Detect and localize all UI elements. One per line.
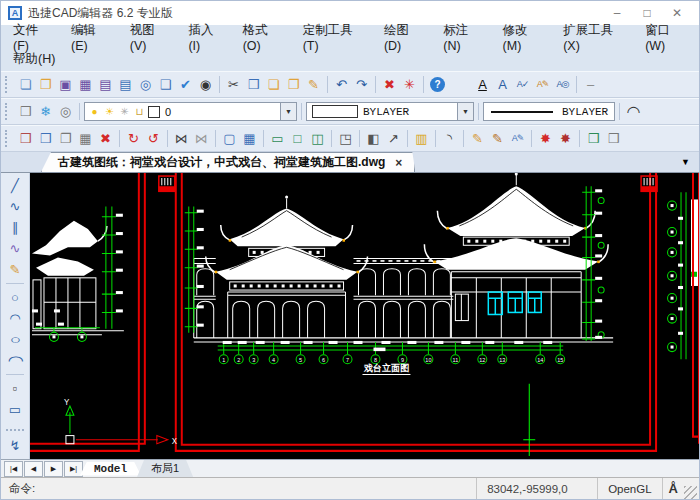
document-tab[interactable]: 古建筑图纸：祠堂戏台设计，中式戏台、祠堂建筑施工图.dwg ×: [41, 152, 415, 172]
print-preview-icon[interactable]: ◎: [136, 75, 155, 94]
ungroup-icon[interactable]: ❒: [604, 129, 623, 148]
first-sheet-button[interactable]: |◀: [4, 461, 23, 477]
delete-icon[interactable]: ✖: [96, 129, 115, 148]
spline-edit-icon[interactable]: ✎: [488, 129, 507, 148]
help-icon[interactable]: ?: [430, 77, 445, 92]
text-check-icon[interactable]: A✓: [513, 75, 532, 94]
copy-object-icon[interactable]: ❒: [16, 129, 35, 148]
menu-item-i[interactable]: 插入(I): [178, 22, 232, 53]
line-icon[interactable]: ╱: [6, 176, 25, 195]
undo-icon[interactable]: ↶: [332, 75, 351, 94]
ellipse-icon[interactable]: ○: [1, 330, 29, 349]
color-combo[interactable]: BYLAYER ▼: [306, 102, 474, 121]
text-find-icon[interactable]: A◎: [553, 75, 572, 94]
polyline-icon[interactable]: ∿: [6, 197, 25, 216]
copy-icon[interactable]: ❒: [244, 75, 263, 94]
menu-item-d[interactable]: 绘图(D): [374, 22, 433, 53]
mirror-icon[interactable]: ⋈: [172, 129, 191, 148]
menu-item-x[interactable]: 扩展工具(X): [553, 22, 635, 53]
attr-edit-icon[interactable]: A✎: [508, 129, 527, 148]
menu-item-e[interactable]: 编辑(E): [61, 22, 120, 53]
explode-attr-icon[interactable]: ✸: [556, 129, 575, 148]
resize-grip[interactable]: [684, 486, 697, 499]
double-line-icon[interactable]: ∥: [6, 218, 25, 237]
text-edit-icon[interactable]: A✎: [533, 75, 552, 94]
cut-icon[interactable]: ✂: [224, 75, 243, 94]
select-fence-icon[interactable]: ▦: [240, 129, 259, 148]
menu-item-f[interactable]: 文件(F): [3, 22, 61, 53]
arc-icon[interactable]: ◠: [6, 309, 25, 328]
point-icon[interactable]: ▫: [6, 379, 25, 398]
open-file-icon[interactable]: ❐: [36, 75, 55, 94]
menu-item-h[interactable]: 帮助(H): [3, 51, 65, 68]
export-acis-icon[interactable]: ▦: [76, 75, 95, 94]
menu-item-w[interactable]: 窗口(W): [635, 22, 697, 53]
menu-item-n[interactable]: 标注(N): [433, 22, 492, 53]
color-combo-dropdown-icon[interactable]: ▼: [457, 103, 473, 120]
box-3d-icon[interactable]: ◳: [336, 129, 355, 148]
mtext-icon[interactable]: A: [493, 75, 512, 94]
print-icon[interactable]: ▤: [96, 75, 115, 94]
layer-thaw-icon[interactable]: ☀: [103, 102, 116, 121]
rectangle-icon[interactable]: ▭: [6, 400, 25, 419]
page-setup-icon[interactable]: ❑: [156, 75, 175, 94]
save-icon[interactable]: ▣: [56, 75, 75, 94]
menu-item-v[interactable]: 视图(V): [120, 22, 179, 53]
mirror-3d-icon[interactable]: ⋈: [192, 129, 211, 148]
measure-icon[interactable]: ◧: [364, 129, 383, 148]
layer-on-icon[interactable]: ●: [88, 102, 101, 121]
select-window-icon[interactable]: ▢: [220, 129, 239, 148]
distance-icon[interactable]: ↗: [384, 129, 403, 148]
last-sheet-button[interactable]: ▶|: [64, 461, 83, 477]
tab-layout1[interactable]: 布局1: [137, 460, 193, 477]
toolbar-grip[interactable]: [5, 103, 11, 120]
format-painter-icon[interactable]: ✎: [304, 75, 323, 94]
drawing-canvas[interactable]: 123456789101112131415 戏台立面图: [30, 173, 699, 459]
tab-close-icon[interactable]: ×: [395, 156, 402, 170]
menu-item-o[interactable]: 格式(O): [233, 22, 293, 53]
tab-list-dropdown-icon[interactable]: ▼: [681, 157, 690, 167]
redraw-icon[interactable]: ✳: [400, 75, 419, 94]
prev-sheet-button[interactable]: ◀: [24, 461, 43, 477]
rotate-icon[interactable]: ↻: [124, 129, 143, 148]
paste-icon[interactable]: ❏: [264, 75, 283, 94]
ellipse-arc-icon[interactable]: ◠: [1, 351, 29, 370]
toolbar-pin-icon[interactable]: –: [581, 75, 600, 94]
toolbar-grip[interactable]: [5, 76, 11, 93]
next-sheet-button[interactable]: ▶: [44, 461, 63, 477]
paste-special-icon[interactable]: ❐: [284, 75, 303, 94]
layer-combo-dropdown-icon[interactable]: ▼: [280, 103, 296, 120]
layer-search-icon[interactable]: ◎: [56, 102, 75, 121]
copy-multiple-icon[interactable]: ❒: [36, 129, 55, 148]
text-style-icon[interactable]: A: [473, 75, 492, 94]
layer-freeze-state-icon[interactable]: ✳: [118, 102, 131, 121]
command-input[interactable]: 命令:: [1, 481, 476, 496]
layer-manager-icon[interactable]: ❒: [16, 102, 35, 121]
block-ref-icon[interactable]: ❐: [56, 129, 75, 148]
quick-print-icon[interactable]: ▤: [116, 75, 135, 94]
menu-item-m[interactable]: 修改(M): [493, 22, 554, 53]
redo-icon[interactable]: ↷: [352, 75, 371, 94]
layer-freeze-tool-icon[interactable]: ❄: [36, 102, 55, 121]
find-icon[interactable]: ◉: [196, 75, 215, 94]
pedit-icon[interactable]: ✎: [468, 129, 487, 148]
dimension-icon[interactable]: ▥: [412, 129, 431, 148]
trim-icon[interactable]: ◫: [308, 129, 327, 148]
circle-icon[interactable]: ○: [6, 288, 25, 307]
explode-icon[interactable]: ✸: [536, 129, 555, 148]
array-icon[interactable]: ▦: [76, 129, 95, 148]
toolbar-grip[interactable]: [5, 130, 11, 147]
linetype-combo[interactable]: BYLAYER: [483, 102, 615, 121]
tab-model[interactable]: Model: [80, 462, 141, 476]
arc-tool-icon[interactable]: ◠: [624, 102, 643, 121]
fillet-icon[interactable]: ◝: [440, 129, 459, 148]
erase-icon[interactable]: ✖: [380, 75, 399, 94]
rotate-ref-icon[interactable]: ↺: [144, 129, 163, 148]
revcloud-icon[interactable]: ↯: [6, 436, 25, 455]
spline-icon[interactable]: ∿: [6, 239, 25, 258]
spell-check-icon[interactable]: ✔: [176, 75, 195, 94]
layer-combo[interactable]: ● ☀ ✳ ⊔ 0 ▼: [84, 102, 297, 121]
stretch-icon[interactable]: ▭: [268, 129, 287, 148]
new-file-icon[interactable]: ❏: [16, 75, 35, 94]
scale-icon[interactable]: □: [288, 129, 307, 148]
